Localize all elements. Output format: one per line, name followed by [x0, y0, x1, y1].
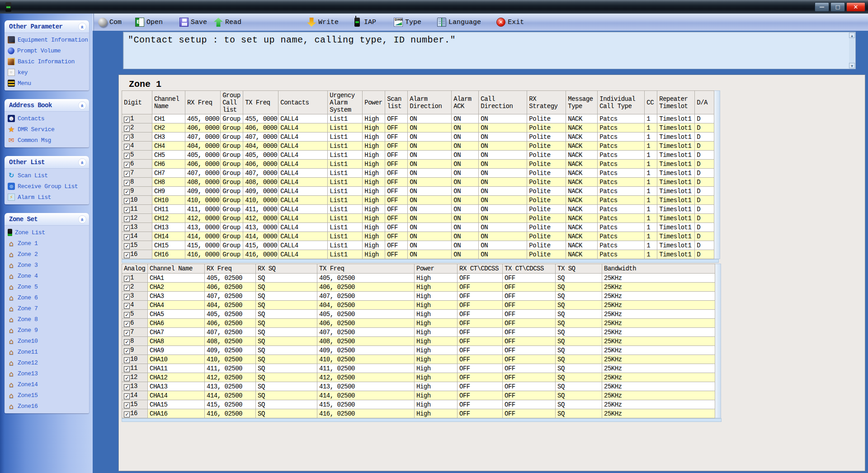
cell[interactable]: ON [408, 132, 452, 142]
cell[interactable]: CALL4 [278, 132, 328, 142]
toolbar-button-iap[interactable]: IAP [351, 15, 377, 29]
cell[interactable]: OFF [458, 373, 503, 382]
cell[interactable]: OFF [458, 319, 503, 328]
row-header-cell[interactable]: ✓1 [122, 274, 148, 283]
cell[interactable]: 407, 02500 [317, 292, 415, 301]
cell[interactable]: 1 [645, 142, 657, 151]
cell[interactable]: 25KHz [602, 400, 715, 409]
row-header-cell[interactable]: ✓3 [122, 292, 148, 301]
row-header-cell[interactable]: ✓13 [122, 223, 152, 232]
cell[interactable]: Group [221, 169, 243, 178]
cell[interactable]: 415, 0000 [185, 241, 221, 250]
cell[interactable]: 1 [645, 114, 657, 123]
section-header-other-list[interactable]: Other List« [5, 156, 89, 169]
cell[interactable]: CH16 [152, 250, 185, 259]
cell[interactable]: List1 [328, 196, 363, 205]
row-checkbox[interactable]: ✓ [124, 312, 130, 318]
cell[interactable]: List1 [328, 178, 363, 187]
cell[interactable]: 407, 02500 [317, 328, 415, 337]
cell[interactable]: OFF [458, 337, 503, 346]
cell[interactable]: OFF [458, 400, 503, 409]
cell[interactable]: Timeslot1 [657, 114, 695, 123]
cell[interactable]: 25KHz [602, 319, 715, 328]
cell[interactable]: ON [452, 205, 479, 214]
cell[interactable]: 407, 0000 [185, 132, 221, 142]
cell[interactable]: Group [221, 132, 243, 142]
row-checkbox[interactable]: ✓ [124, 144, 130, 150]
cell[interactable]: ON [452, 196, 479, 205]
cell[interactable]: SQ [556, 355, 602, 364]
cell[interactable]: ON [452, 187, 479, 196]
cell[interactable]: Polite [527, 187, 566, 196]
cell[interactable]: High [415, 283, 458, 292]
row-header-cell[interactable]: ✓5 [122, 310, 148, 319]
cell[interactable]: Timeslot1 [657, 178, 695, 187]
cell[interactable]: ON [408, 214, 452, 223]
scroll-up-icon[interactable]: ▲ [849, 33, 855, 38]
cell[interactable]: SQ [556, 337, 602, 346]
row-checkbox[interactable]: ✓ [124, 252, 130, 258]
cell[interactable]: Patcs [598, 205, 645, 214]
row-header-cell[interactable]: ✓3 [122, 132, 152, 142]
cell[interactable]: SQ [556, 391, 602, 400]
cell[interactable]: D [695, 123, 714, 132]
cell[interactable]: Polite [527, 151, 566, 160]
cell[interactable]: NACK [566, 196, 598, 205]
cell[interactable]: ON [408, 187, 452, 196]
row-header-cell[interactable]: ✓14 [122, 391, 148, 400]
cell[interactable]: OFF [503, 274, 556, 283]
cell[interactable]: Group [221, 187, 243, 196]
cell[interactable]: NACK [566, 187, 598, 196]
sidebar-item-zone-1[interactable]: ⌂Zone 1 [5, 238, 89, 249]
cell[interactable]: OFF [385, 123, 408, 132]
cell[interactable]: Patcs [598, 223, 645, 232]
cell[interactable]: Polite [527, 223, 566, 232]
sidebar-item-zone14[interactable]: ⌂Zone14 [5, 379, 89, 390]
cell[interactable]: Patcs [598, 132, 645, 142]
cell[interactable]: Timeslot1 [657, 132, 695, 142]
cell[interactable]: OFF [385, 250, 408, 259]
sidebar-item-zone10[interactable]: ⌂Zone10 [5, 336, 89, 346]
cell[interactable]: 413, 0000 [185, 223, 221, 232]
cell[interactable]: List1 [328, 223, 363, 232]
cell[interactable]: Patcs [598, 151, 645, 160]
cell[interactable]: 406, 02500 [317, 319, 415, 328]
cell[interactable]: NACK [566, 114, 598, 123]
cell[interactable]: 404, 0000 [243, 142, 278, 151]
sidebar-item-scan-list[interactable]: ↻Scan List [5, 170, 89, 181]
cell[interactable]: 412, 0000 [185, 214, 221, 223]
cell[interactable]: SQ [256, 382, 317, 391]
cell[interactable]: 412, 02500 [205, 373, 256, 382]
cell[interactable]: High [363, 178, 385, 187]
row-header-cell[interactable]: ✓11 [122, 364, 148, 373]
cell[interactable]: 406, 02500 [205, 283, 256, 292]
cell[interactable]: High [415, 364, 458, 373]
sidebar-item-alarm-list[interactable]: ⚡Alarm List [5, 192, 89, 203]
row-header-cell[interactable]: ✓15 [122, 241, 152, 250]
sidebar-item-zone16[interactable]: ⌂Zone16 [5, 401, 89, 412]
cell[interactable]: OFF [385, 151, 408, 160]
cell[interactable]: CH12 [152, 214, 185, 223]
cell[interactable]: 1 [645, 214, 657, 223]
cell[interactable]: NACK [566, 223, 598, 232]
cell[interactable]: 408, 02500 [205, 337, 256, 346]
cell[interactable]: Patcs [598, 142, 645, 151]
cell[interactable]: CHA1 [148, 274, 205, 283]
cell[interactable]: OFF [503, 346, 556, 355]
cell[interactable]: D [695, 169, 714, 178]
cell[interactable]: OFF [458, 409, 503, 418]
sidebar-item-zone13[interactable]: ⌂Zone13 [5, 368, 89, 379]
cell[interactable]: D [695, 151, 714, 160]
cell[interactable]: 415, 02500 [317, 400, 415, 409]
cell[interactable]: NACK [566, 132, 598, 142]
cell[interactable]: ON [479, 151, 527, 160]
cell[interactable]: ON [408, 142, 452, 151]
cell[interactable]: 455, 0000 [243, 114, 278, 123]
cell[interactable]: CHA15 [148, 400, 205, 409]
cell[interactable]: Patcs [598, 160, 645, 169]
cell[interactable]: OFF [503, 292, 556, 301]
cell[interactable]: D [695, 178, 714, 187]
row-checkbox[interactable]: ✓ [124, 153, 130, 159]
description-scrollbar[interactable]: ▲ ▼ [849, 33, 855, 68]
cell[interactable]: Patcs [598, 250, 645, 259]
